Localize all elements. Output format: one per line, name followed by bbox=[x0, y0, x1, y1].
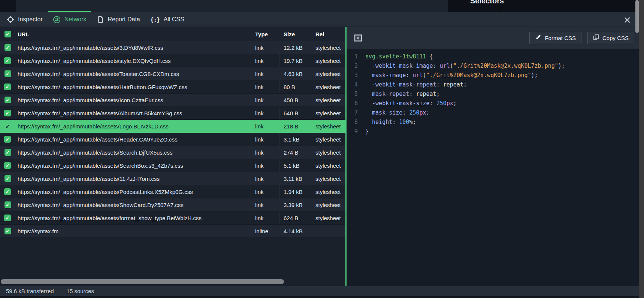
row-rel-cell: stylesheet bbox=[311, 67, 345, 80]
row-checkbox[interactable]: ✓ bbox=[0, 94, 15, 106]
button-label: Format CSS bbox=[545, 35, 576, 41]
row-checkbox[interactable]: ✓ bbox=[0, 225, 15, 237]
row-url-cell: https://syntax.fm/_app/immutable/assets/… bbox=[15, 94, 251, 106]
sources-count: 15 sources bbox=[67, 288, 94, 294]
panel-toggle-icon[interactable] bbox=[354, 34, 363, 42]
row-url-cell: https://syntax.fm/_app/immutable/assets/… bbox=[15, 41, 251, 54]
row-checkbox[interactable]: ✓ bbox=[0, 172, 15, 185]
row-rel-cell bbox=[311, 225, 345, 237]
table-row[interactable]: ✓https://syntax.fm/_app/immutable/assets… bbox=[0, 54, 345, 67]
window-edge-strip bbox=[639, 0, 644, 298]
browser-window: Selectors Inspector bbox=[0, 0, 644, 298]
line-number: 1 bbox=[347, 52, 358, 61]
row-rel-cell: stylesheet bbox=[311, 212, 345, 224]
row-checkbox[interactable]: ✓ bbox=[0, 185, 15, 198]
transferred-total: 59.6 kB transferred bbox=[6, 288, 54, 294]
table-row[interactable]: ✓https://syntax.fm/_app/immutable/assets… bbox=[0, 94, 345, 107]
row-type-cell: link bbox=[251, 107, 279, 119]
table-row[interactable]: ✓https://syntax.fm/_app/immutable/assets… bbox=[0, 159, 345, 172]
code-line: 7 mask-size: 250px; bbox=[347, 108, 639, 118]
network-arrows-icon bbox=[53, 16, 61, 24]
table-row[interactable]: ✓https://syntax.fm/_app/immutable/assets… bbox=[0, 80, 345, 94]
column-header-type: Type bbox=[251, 31, 279, 37]
table-row[interactable]: ✓https://syntax.fm/_app/immutable/assets… bbox=[0, 198, 345, 212]
row-checkbox[interactable]: ✓ bbox=[0, 120, 15, 133]
css-source-panel: Format CSS Copy CSS 1svg.svelte-1tw8111 … bbox=[347, 27, 639, 286]
table-row[interactable]: ✓https://syntax.fm/_app/immutable/assets… bbox=[0, 41, 345, 54]
format-css-button[interactable]: Format CSS bbox=[529, 32, 581, 44]
table-row[interactable]: ✓https://syntax.fm/_app/immutable/assets… bbox=[0, 212, 345, 225]
column-header-size: Size bbox=[279, 31, 311, 37]
row-size-cell: 450 B bbox=[279, 94, 311, 106]
tab-label: Network bbox=[64, 16, 87, 23]
row-url-cell: https://syntax.fm/_app/immutable/assets/… bbox=[15, 172, 251, 185]
code-line: 2 -webkit-mask-image: url("./Grit%20Mask… bbox=[347, 61, 639, 71]
column-header-rel: Rel bbox=[311, 31, 345, 37]
row-rel-cell: stylesheet bbox=[311, 133, 345, 146]
row-checkbox[interactable]: ✓ bbox=[0, 107, 15, 119]
row-checkbox[interactable]: ✓ bbox=[0, 212, 15, 224]
tab-network[interactable]: Network bbox=[53, 12, 87, 27]
row-checkbox[interactable]: ✓ bbox=[0, 198, 15, 211]
table-row[interactable]: ✓https://syntax.fm/_app/immutable/assets… bbox=[0, 107, 345, 120]
row-checkbox[interactable]: ✓ bbox=[0, 54, 15, 67]
row-url-cell: https://syntax.fm/_app/immutable/assets/… bbox=[15, 159, 251, 172]
row-rel-cell: stylesheet bbox=[311, 41, 345, 54]
table-row[interactable]: ✓https://syntax.fm/_app/immutable/assets… bbox=[0, 185, 345, 198]
check-icon: ✓ bbox=[4, 31, 11, 37]
braces-icon: {:} bbox=[150, 16, 160, 23]
header-checkbox[interactable]: ✓ bbox=[0, 31, 15, 37]
row-rel-cell: stylesheet bbox=[311, 146, 345, 159]
row-checkbox[interactable]: ✓ bbox=[0, 133, 15, 146]
tab-all-css[interactable]: {:} All CSS bbox=[150, 12, 184, 27]
tab-report-data[interactable]: Report Data bbox=[97, 12, 140, 27]
table-row[interactable]: ✓https://syntax.fminline4.14 kB bbox=[0, 225, 345, 238]
row-size-cell: 3.1 kB bbox=[279, 133, 311, 146]
table-row[interactable]: ✓https://syntax.fm/_app/immutable/assets… bbox=[0, 172, 345, 185]
row-type-cell: link bbox=[251, 172, 279, 185]
code-line: 4 -webkit-mask-repeat: repeat; bbox=[347, 80, 639, 89]
line-number: 5 bbox=[347, 89, 358, 99]
row-size-cell: 3.39 kB bbox=[279, 198, 311, 211]
row-url-cell: https://syntax.fm/_app/immutable/assets/… bbox=[15, 133, 251, 146]
page-behind-strip: Selectors bbox=[0, 0, 639, 12]
row-checkbox[interactable]: ✓ bbox=[0, 80, 15, 93]
row-type-cell: link bbox=[251, 54, 279, 67]
row-checkbox[interactable]: ✓ bbox=[0, 146, 15, 159]
button-label: Copy CSS bbox=[602, 35, 629, 41]
row-rel-cell: stylesheet bbox=[311, 80, 345, 93]
row-url-cell: https://syntax.fm/_app/immutable/assets/… bbox=[15, 185, 251, 198]
row-checkbox[interactable]: ✓ bbox=[0, 67, 15, 80]
check-icon: ✓ bbox=[4, 228, 11, 234]
copy-icon bbox=[593, 34, 599, 42]
devtools-bottom-edge bbox=[0, 296, 639, 298]
row-type-cell: link bbox=[251, 146, 279, 159]
page-heading-selectors: Selectors bbox=[470, 0, 504, 5]
check-icon: ✓ bbox=[4, 97, 11, 103]
line-number: 4 bbox=[347, 80, 358, 89]
close-devtools-button[interactable] bbox=[623, 16, 631, 24]
line-number: 8 bbox=[347, 118, 358, 127]
css-code-viewer: 1svg.svelte-1tw8111 {2 -webkit-mask-imag… bbox=[347, 49, 639, 136]
tab-inspector[interactable]: Inspector bbox=[7, 12, 43, 27]
line-number: 9 bbox=[347, 127, 358, 136]
line-number: 6 bbox=[347, 99, 358, 108]
tab-label: Inspector bbox=[18, 16, 43, 23]
table-row[interactable]: ✓https://syntax.fm/_app/immutable/assets… bbox=[0, 67, 345, 80]
code-line: 9} bbox=[347, 127, 639, 136]
table-row[interactable]: ✓https://syntax.fm/_app/immutable/assets… bbox=[0, 133, 345, 146]
table-row[interactable]: ✓https://syntax.fm/_app/immutable/assets… bbox=[0, 120, 345, 133]
code-line: 3 mask-image: url("./Grit%20Mask@2x.wqK0… bbox=[347, 71, 639, 80]
row-rel-cell: stylesheet bbox=[311, 54, 345, 67]
row-url-cell: https://syntax.fm/_app/immutable/assets/… bbox=[15, 146, 251, 159]
check-icon: ✓ bbox=[4, 162, 11, 169]
page-vertical-scrollbar-thumb[interactable] bbox=[635, 0, 639, 33]
check-icon: ✓ bbox=[4, 201, 11, 208]
horizontal-scrollbar-thumb[interactable] bbox=[1, 279, 284, 284]
row-size-cell: 80 B bbox=[279, 80, 311, 93]
table-row[interactable]: ✓https://syntax.fm/_app/immutable/assets… bbox=[0, 146, 345, 159]
row-rel-cell: stylesheet bbox=[311, 172, 345, 185]
row-checkbox[interactable]: ✓ bbox=[0, 159, 15, 172]
row-checkbox[interactable]: ✓ bbox=[0, 41, 15, 54]
copy-css-button[interactable]: Copy CSS bbox=[587, 32, 634, 44]
